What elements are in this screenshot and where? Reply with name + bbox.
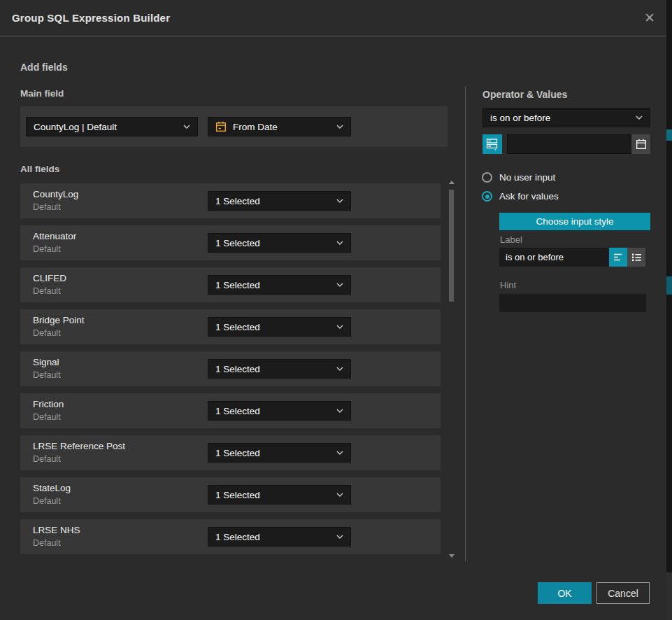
field-selected-value: 1 Selected [215,364,331,374]
main-date-field-value: From Date [233,122,331,132]
field-name: LRSE NHS [33,525,80,535]
calendar-icon [636,139,647,150]
fields-scrollbar[interactable] [448,179,455,561]
scroll-up-icon[interactable] [449,181,455,184]
field-selected-dropdown[interactable]: 1 Selected [208,401,351,421]
field-selected-dropdown[interactable]: 1 Selected [208,485,351,505]
field-row: LRSE Reference Post Default 1 Selected [20,435,441,470]
main-layer-select[interactable]: CountyLog | Default [26,117,198,136]
cancel-button[interactable]: Cancel [596,582,650,604]
value-input-type-button[interactable] [482,134,502,154]
main-date-field-select[interactable]: From Date [208,117,351,136]
field-layer-sublabel: Default [33,454,61,464]
radio-unchecked-icon [482,172,492,183]
chevron-down-icon [183,125,190,129]
field-name: CLIFED [33,273,66,283]
field-layer-sublabel: Default [33,328,61,338]
operator-select-value: is on or before [490,113,630,123]
field-name: Friction [33,399,64,409]
dialog-title: Group SQL Expression Builder [12,0,170,36]
radio-checked-icon [482,191,492,202]
field-selected-dropdown[interactable]: 1 Selected [208,275,351,295]
label-field-label: Label [500,234,522,245]
field-row: Signal Default 1 Selected [20,351,441,386]
scroll-down-icon[interactable] [449,554,455,558]
radio-no-user-input[interactable]: No user input [482,172,555,183]
all-fields-heading: All fields [20,164,59,174]
operator-values-heading: Operator & Values [482,89,567,100]
chevron-down-icon [336,283,343,287]
chevron-down-icon [336,451,343,455]
vertical-divider [465,86,466,561]
background-fragment [666,572,672,620]
field-selected-value: 1 Selected [215,322,331,332]
field-layer-sublabel: Default [33,538,61,548]
field-name: StateLog [33,483,71,493]
field-selected-dropdown[interactable]: 1 Selected [208,359,351,379]
field-selected-value: 1 Selected [215,238,331,248]
field-name: LRSE Reference Post [33,441,125,451]
page-behind-dialog [666,0,672,620]
chevron-down-icon [336,325,343,329]
label-input[interactable] [499,248,609,267]
dialog-header: Group SQL Expression Builder ✕ [0,0,666,36]
field-selected-value: 1 Selected [215,280,331,290]
chevron-down-icon [336,409,343,413]
hint-field-label: Hint [500,280,516,290]
chevron-down-icon [336,493,343,497]
field-selected-value: 1 Selected [215,448,331,458]
close-icon[interactable]: ✕ [641,9,659,27]
operator-select[interactable]: is on or before [482,108,650,127]
field-selected-dropdown[interactable]: 1 Selected [208,443,351,463]
calendar-icon [215,121,227,132]
field-name: CountyLog [33,189,78,199]
scrollbar-thumb[interactable] [449,190,454,302]
calendar-picker-button[interactable] [631,134,650,154]
field-selected-dropdown[interactable]: 1 Selected [208,233,351,253]
main-layer-select-value: CountyLog | Default [34,122,178,132]
field-row: CLIFED Default 1 Selected [20,267,441,302]
field-name: Attenuator [33,231,76,241]
field-row: LRSE NHS Default 1 Selected [20,519,441,554]
background-fragment [666,129,672,141]
chevron-down-icon [336,125,343,129]
field-layer-sublabel: Default [33,286,61,296]
hint-input[interactable] [499,294,646,312]
bulleted-list-icon [631,253,642,262]
field-selected-value: 1 Selected [215,532,331,542]
field-row: Friction Default 1 Selected [20,393,441,428]
chevron-down-icon [336,199,343,203]
group-sql-expression-builder-dialog: Group SQL Expression Builder ✕ Add field… [0,0,666,620]
chevron-down-icon [336,535,343,539]
chevron-down-icon [336,241,343,245]
field-row: Attenuator Default 1 Selected [20,225,441,260]
field-layer-sublabel: Default [33,412,61,422]
field-row: CountyLog Default 1 Selected [20,183,441,218]
background-fragment [666,276,672,295]
main-field-panel: CountyLog | Default From Date [20,106,448,147]
value-date-input[interactable] [507,134,631,154]
add-fields-heading: Add fields [20,62,68,73]
stacked-values-icon [486,138,499,150]
radio-ask-for-values[interactable]: Ask for values [482,191,559,202]
radio-no-user-input-label: No user input [499,172,555,183]
ok-button[interactable]: OK [538,582,592,604]
field-name: Bridge Point [33,315,85,325]
chevron-down-icon [336,367,343,371]
list-input-style-button[interactable] [627,248,645,267]
single-line-input-style-button[interactable] [609,248,627,267]
field-layer-sublabel: Default [33,370,61,380]
field-layer-sublabel: Default [33,496,61,506]
radio-ask-for-values-label: Ask for values [499,191,559,202]
field-selected-value: 1 Selected [215,406,331,416]
field-selected-value: 1 Selected [215,196,331,206]
field-row: StateLog Default 1 Selected [20,477,441,512]
all-fields-list: CountyLog Default 1 Selected Attenuator … [20,183,441,561]
field-selected-dropdown[interactable]: 1 Selected [208,317,351,337]
chevron-down-icon [636,115,643,120]
field-selected-dropdown[interactable]: 1 Selected [208,191,351,211]
field-selected-dropdown[interactable]: 1 Selected [208,527,351,547]
field-selected-value: 1 Selected [215,490,331,500]
choose-input-style-button[interactable]: Choose input style [499,213,650,230]
align-left-icon [613,253,624,262]
